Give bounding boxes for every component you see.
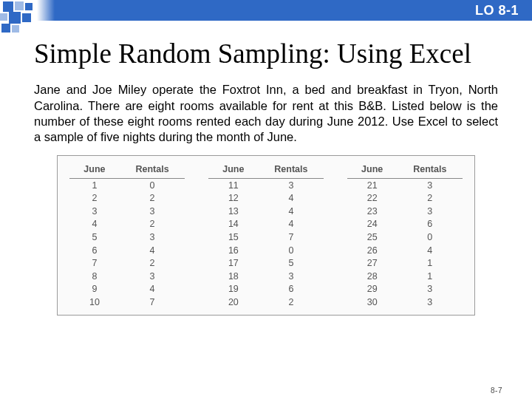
table-cell: 2	[69, 191, 120, 205]
table-cell: 5	[259, 256, 324, 270]
table-cell: 13	[208, 205, 259, 218]
cell-gap	[324, 205, 347, 218]
table-body: 1011321322124222331342334214424653157250…	[69, 178, 463, 308]
table-row: 10113213	[69, 178, 463, 191]
page-number: 8-7	[491, 386, 502, 395]
cell-gap	[324, 178, 347, 191]
table-cell: 3	[259, 178, 324, 191]
table-cell: 3	[398, 205, 463, 218]
table-cell: 2	[120, 218, 185, 231]
table-cell: 2	[259, 296, 324, 309]
svg-rect-0	[3, 1, 13, 12]
table-row: 22124222	[69, 191, 463, 205]
cell-gap	[185, 178, 208, 191]
slide-content: Simple Random Sampling: Using Excel Jane…	[0, 21, 532, 316]
table-cell: 1	[69, 178, 120, 191]
body-paragraph: Jane and Joe Miley operate the Foxtrot I…	[34, 82, 498, 144]
cell-gap	[324, 191, 347, 205]
table-cell: 3	[120, 205, 185, 218]
cell-gap	[185, 256, 208, 270]
table-cell: 17	[208, 256, 259, 270]
table-cell: 18	[208, 270, 259, 283]
table-cell: 8	[69, 270, 120, 283]
table-cell: 2	[120, 191, 185, 205]
col-gap	[185, 162, 208, 179]
table-cell: 3	[120, 231, 185, 244]
cell-gap	[185, 283, 208, 296]
cell-gap	[185, 191, 208, 205]
svg-rect-1	[15, 1, 24, 10]
header-strip: LO 8-1	[37, 0, 532, 21]
table-cell: 4	[69, 218, 120, 231]
table-cell: 19	[208, 283, 259, 296]
table-cell: 25	[347, 231, 398, 244]
table-cell: 3	[398, 296, 463, 309]
table-cell: 4	[259, 205, 324, 218]
col-header: Rentals	[120, 162, 185, 179]
table-cell: 26	[347, 244, 398, 257]
table-cell: 24	[347, 218, 398, 231]
page-title: Simple Random Sampling: Using Excel	[34, 38, 498, 69]
cell-gap	[324, 270, 347, 283]
table-cell: 0	[398, 231, 463, 244]
table-cell: 14	[208, 218, 259, 231]
table-cell: 3	[398, 178, 463, 191]
table-cell: 4	[120, 244, 185, 257]
table-row: 107202303	[69, 296, 463, 309]
cell-gap	[324, 218, 347, 231]
cell-gap	[324, 283, 347, 296]
svg-rect-3	[0, 13, 7, 21]
table-cell: 3	[259, 270, 324, 283]
table-cell: 3	[69, 205, 120, 218]
table-cell: 20	[208, 296, 259, 309]
col-header: June	[69, 162, 120, 179]
col-header: Rentals	[398, 162, 463, 179]
table-cell: 5	[69, 231, 120, 244]
table-cell: 29	[347, 283, 398, 296]
table-cell: 23	[347, 205, 398, 218]
table-row: 94196293	[69, 283, 463, 296]
cell-gap	[324, 256, 347, 270]
table-cell: 22	[347, 191, 398, 205]
table-cell: 10	[69, 296, 120, 309]
cell-gap	[185, 244, 208, 257]
table-cell: 16	[208, 244, 259, 257]
table-cell: 4	[259, 191, 324, 205]
rentals-table: June Rentals June Rentals June Rentals 1…	[69, 162, 463, 309]
table-cell: 4	[259, 218, 324, 231]
table-cell: 30	[347, 296, 398, 309]
cell-gap	[185, 205, 208, 218]
cell-gap	[185, 231, 208, 244]
table-cell: 6	[398, 218, 463, 231]
rentals-table-container: June Rentals June Rentals June Rentals 1…	[57, 155, 475, 316]
table-cell: 6	[69, 244, 120, 257]
table-row: 33134233	[69, 205, 463, 218]
cell-gap	[324, 244, 347, 257]
col-gap	[324, 162, 347, 179]
table-cell: 6	[259, 283, 324, 296]
cell-gap	[185, 218, 208, 231]
cell-gap	[324, 296, 347, 309]
table-cell: 0	[120, 178, 185, 191]
table-row: 53157250	[69, 231, 463, 244]
cell-gap	[324, 231, 347, 244]
table-cell: 21	[347, 178, 398, 191]
learning-objective-label: LO 8-1	[475, 3, 519, 18]
table-cell: 7	[259, 231, 324, 244]
table-cell: 1	[398, 270, 463, 283]
table-cell: 7	[120, 296, 185, 309]
table-row: 64160264	[69, 244, 463, 257]
table-cell: 4	[120, 283, 185, 296]
cell-gap	[185, 270, 208, 283]
table-cell: 11	[208, 178, 259, 191]
table-cell: 28	[347, 270, 398, 283]
table-cell: 15	[208, 231, 259, 244]
table-cell: 27	[347, 256, 398, 270]
table-cell: 7	[69, 256, 120, 270]
table-cell: 1	[398, 256, 463, 270]
table-header-row: June Rentals June Rentals June Rentals	[69, 162, 463, 179]
table-cell: 0	[259, 244, 324, 257]
table-cell: 4	[398, 244, 463, 257]
table-cell: 3	[398, 283, 463, 296]
table-cell: 12	[208, 191, 259, 205]
